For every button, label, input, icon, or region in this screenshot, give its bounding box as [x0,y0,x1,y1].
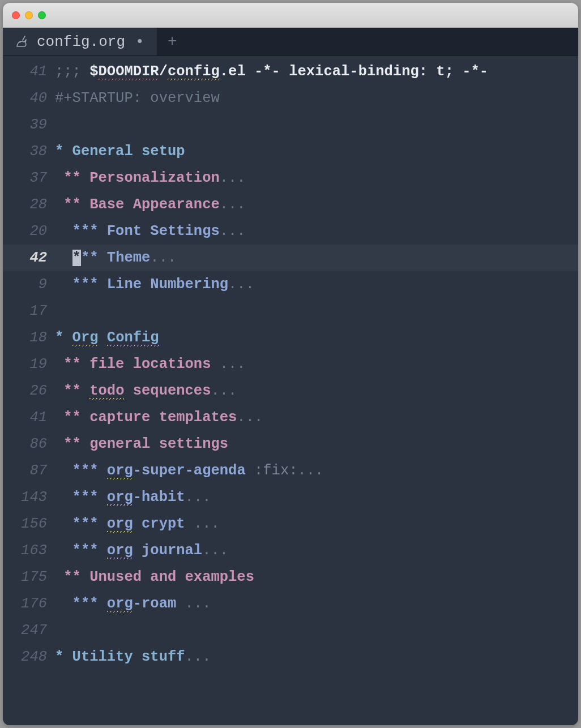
text-segment: * General setup [55,143,185,160]
editor-line[interactable]: 247 [3,617,578,644]
editor-line[interactable]: 26 ** todo sequences... [3,378,578,404]
editor-line[interactable]: 87 *** org-super-agenda :fix:... [3,457,578,484]
editor-line[interactable]: 17 [3,298,578,324]
line-number: 248 [3,644,55,670]
editor-line[interactable]: 39 [3,112,578,138]
line-content: ** Base Appearance... [55,191,578,218]
text-segment: ** Personalization [55,170,220,186]
text-segment: crypt [133,516,194,532]
tab-title: config.org [37,33,125,50]
line-number: 17 [3,298,55,324]
text-segment: .el -*- lexical-binding: t; -*- [220,63,488,80]
text-segment: *** [55,596,107,612]
editor-line[interactable]: 41;;; $DOOMDIR/config.el -*- lexical-bin… [3,58,578,85]
text-segment: ... [185,596,211,612]
line-number: 18 [3,324,55,351]
text-segment: org [107,463,133,479]
tab-modified-indicator: • [135,33,144,50]
text-segment: ** Theme [81,250,150,266]
text-segment: ... [228,276,254,293]
text-segment: ... [202,542,228,559]
text-segment: ... [220,356,246,372]
text-segment: *** [55,542,107,559]
editor-line[interactable]: 175 ** Unused and examples [3,564,578,590]
text-segment: ** [55,383,89,399]
text-segment: ... [237,409,263,426]
line-number: 143 [3,484,55,511]
text-segment: org [107,596,133,613]
plus-icon: + [168,33,177,50]
editor-current-line[interactable]: 42 *** Theme... [3,245,578,271]
editor-area[interactable]: 41;;; $DOOMDIR/config.el -*- lexical-bin… [3,56,578,725]
editor-line[interactable]: 143 *** org-habit... [3,484,578,511]
text-segment: ** Base Appearance [55,196,220,213]
text-segment: sequences [124,383,211,399]
text-segment: Config [107,329,159,346]
editor-line[interactable]: 38* General setup [3,138,578,165]
text-segment: ... [298,463,324,479]
line-number: 26 [3,378,55,404]
line-content: *** org journal... [55,537,578,564]
editor-line[interactable]: 20 *** Font Settings... [3,218,578,245]
text-segment: / [159,63,168,80]
editor-line[interactable]: 156 *** org crypt ... [3,511,578,537]
line-content: ** Unused and examples [55,564,578,590]
editor-line[interactable]: 9 *** Line Numbering... [3,271,578,298]
editor-line[interactable]: 41 ** capture templates... [3,404,578,431]
text-segment: ... [185,489,211,506]
app-window: config.org • + 41;;; $DOOMDIR/config.el … [3,3,578,725]
line-number: 40 [3,85,55,112]
text-segment [55,250,72,266]
tab-config-org[interactable]: config.org • [3,28,157,55]
text-segment: config [168,63,220,80]
close-icon[interactable] [12,11,20,19]
text-segment: ... [220,196,246,213]
text-segment: #+STARTUP: overview [55,90,220,106]
text-segment: *** [55,489,107,506]
window-titlebar[interactable] [3,3,578,28]
line-number: 19 [3,351,55,378]
text-segment: ... [211,383,237,399]
text-segment: ... [220,170,246,186]
editor-line[interactable]: 19 ** file locations ... [3,351,578,378]
line-number: 28 [3,191,55,218]
text-segment: ** file locations [55,356,220,372]
line-number: 175 [3,564,55,590]
new-tab-button[interactable]: + [157,28,188,55]
line-number: 9 [3,271,55,298]
text-segment: -habit [133,489,185,506]
zoom-icon[interactable] [38,11,46,19]
text-segment [55,303,63,319]
editor-line[interactable]: 163 *** org journal... [3,537,578,564]
editor-line[interactable]: 37 ** Personalization... [3,165,578,191]
line-number: 41 [3,404,55,431]
text-segment: *** Line Numbering [55,276,228,293]
line-content: * Org Config [55,324,578,351]
editor-line[interactable]: 18* Org Config [3,324,578,351]
text-segment: org [107,542,133,559]
line-content: ** todo sequences... [55,378,578,404]
text-segment: $ [89,63,98,80]
text-segment: todo [89,383,124,400]
text-segment: Org [72,329,99,346]
editor-line[interactable]: 248* Utility stuff... [3,644,578,670]
line-content: #+STARTUP: overview [55,85,578,112]
editor-line[interactable]: 40#+STARTUP: overview [3,85,578,112]
text-segment: * [72,250,81,266]
tab-bar: config.org • + [3,28,578,56]
text-segment: :fix: [254,463,298,479]
line-content: *** org-habit... [55,484,578,511]
line-number: 41 [3,58,55,85]
editor-line[interactable]: 28 ** Base Appearance... [3,191,578,218]
editor-line[interactable]: 86 ** general settings [3,431,578,457]
text-segment: -roam [133,596,185,612]
line-number: 87 [3,457,55,484]
line-content: ** capture templates... [55,404,578,431]
line-content [55,298,578,324]
editor-line[interactable]: 176 *** org-roam ... [3,590,578,617]
line-number: 163 [3,537,55,564]
line-content: *** Theme... [55,245,578,271]
text-segment: ** general settings [55,436,228,452]
line-content: * Utility stuff... [55,644,578,670]
minimize-icon[interactable] [25,11,33,19]
